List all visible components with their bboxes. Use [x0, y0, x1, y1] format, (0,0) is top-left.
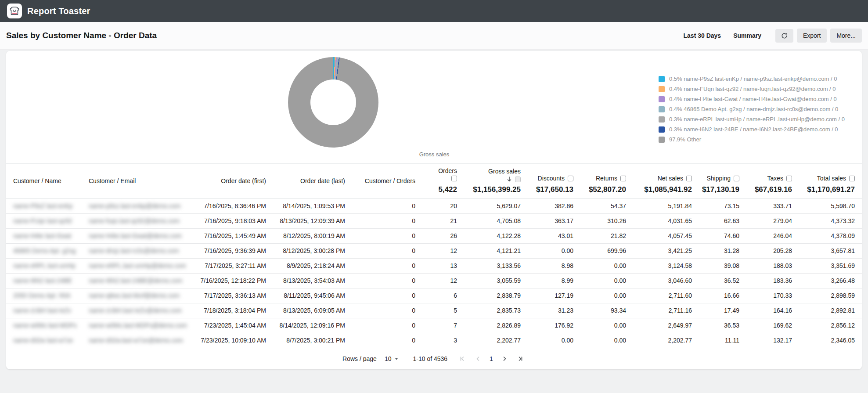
cell-taxes: 333.71: [743, 199, 796, 214]
discounts-checkbox[interactable]: [568, 176, 573, 181]
column-header-order-date-first[interactable]: Order date (first): [195, 164, 270, 199]
table-row[interactable]: 2050 Demo Apt. hfshname-q8ws.last-kkvf@d…: [6, 288, 862, 303]
prev-page-button[interactable]: [473, 353, 483, 364]
cell-order_date_first: 7/16/2025, 8:36:46 PM: [195, 199, 270, 214]
cell-order_date_last: 8/9/2025, 2:18:24 AM: [270, 259, 349, 274]
chevron-left-icon: [475, 355, 482, 362]
cell-customer_orders: 0: [349, 199, 419, 214]
cell-returns: 310.26: [577, 214, 630, 229]
blurred-text: name-I6N2.last-24BE@demo.com: [89, 277, 182, 284]
pagination-bar: Rows / page 10 1-10 of 4536 1: [6, 348, 862, 369]
cell-gross_sales: 3,055.59: [461, 274, 524, 288]
cell-email: name-H4te.last-Gwat@demo.com: [85, 229, 195, 244]
blurred-text: name-w0Ms.last-MDPs@demo.com: [89, 322, 187, 329]
donut-chart[interactable]: [288, 57, 378, 148]
shipping-checkbox[interactable]: [734, 176, 739, 181]
column-header-taxes[interactable]: Taxes $67,619.16: [743, 164, 796, 199]
blurred-text: name-d32w last-w7ze: [13, 337, 73, 344]
column-label: Net sales: [658, 175, 683, 182]
refresh-button[interactable]: [775, 29, 793, 43]
page-header: Sales by Customer Name - Order Data Last…: [0, 22, 868, 50]
orders-total: 5,422: [422, 185, 457, 194]
column-header-gross-sales[interactable]: Gross sales $1,156,399.25: [461, 164, 524, 199]
returns-checkbox[interactable]: [620, 176, 626, 181]
legend-item: 0.5% name-P9sZ last-enKp / name-p9sz.las…: [659, 76, 845, 82]
net-sales-checkbox[interactable]: [686, 176, 692, 181]
cell-email: name-d32w.last-w7ze@demo.com: [85, 333, 195, 348]
cell-name: name-H4te last-Gwat: [6, 229, 85, 244]
table-row[interactable]: 46865 Demo Apt. g2sgname-dmjz.last-rc0s@…: [6, 244, 862, 259]
column-header-name[interactable]: Customer / Name: [6, 164, 85, 199]
column-header-shipping[interactable]: Shipping $17,130.19: [695, 164, 743, 199]
table-row[interactable]: name-d32w last-w7zename-d32w.last-w7ze@d…: [6, 333, 862, 348]
header-actions: Last 30 Days Summary Export More...: [679, 29, 862, 43]
column-label: Taxes: [767, 175, 783, 182]
column-label: Discounts: [538, 175, 565, 182]
column-header-customer-orders[interactable]: Customer / Orders: [349, 164, 419, 199]
cell-email: name-q8ws.last-kkvf@demo.com: [85, 288, 195, 303]
blurred-text: name-dmjz.last-rc0s@demo.com: [89, 247, 179, 254]
cell-email: name-eRPL.last-umHp@demo.com: [85, 259, 195, 274]
column-header-email[interactable]: Customer / Email: [85, 164, 195, 199]
column-label: Order date (first): [221, 177, 266, 184]
column-header-total-sales[interactable]: Total sales $1,170,691.27: [796, 164, 862, 199]
orders-checkbox[interactable]: [451, 176, 457, 181]
cell-customer_orders: 0: [349, 274, 419, 288]
column-header-order-date-last[interactable]: Order date (last): [270, 164, 349, 199]
cell-taxes: 170.33: [743, 288, 796, 303]
table-row[interactable]: name-eRPL last-umHpname-eRPL.last-umHp@d…: [6, 259, 862, 274]
cell-order_date_last: 8/12/2025, 3:00:28 PM: [270, 244, 349, 259]
sort-desc-icon[interactable]: [506, 176, 512, 182]
column-label: Customer / Name: [13, 177, 61, 184]
cell-gross_sales: 2,835.73: [461, 303, 524, 318]
total-sales-checkbox[interactable]: [849, 176, 855, 181]
table-row[interactable]: name-H4te last-Gwatname-H4te.last-Gwat@d…: [6, 229, 862, 244]
summary-button[interactable]: Summary: [729, 29, 766, 42]
table-row[interactable]: name-w0Ms last-MDPsname-w0Ms.last-MDPs@d…: [6, 318, 862, 333]
last-page-icon: [517, 355, 524, 362]
column-header-discounts[interactable]: Discounts $17,650.13: [524, 164, 577, 199]
cell-name: name-I6N2 last-24BE: [6, 274, 85, 288]
legend-label: 0.5% name-P9sZ last-enKp / name-p9sz.las…: [669, 76, 837, 82]
last-page-button[interactable]: [515, 353, 526, 364]
column-header-net-sales[interactable]: Net sales $1,085,941.92: [630, 164, 695, 199]
table-row[interactable]: name-P9sZ last-enKpname-p9sz.last-enkp@d…: [6, 199, 862, 214]
cell-email: name-zUbH.last-IeZv@demo.com: [85, 303, 195, 318]
taxes-total: $67,619.16: [746, 185, 792, 194]
legend-item: 0.4% name-FUqn last-qz92 / name-fuqn.las…: [659, 86, 845, 92]
legend-swatch: [659, 137, 665, 143]
chart-caption: Gross sales: [397, 151, 472, 158]
cell-returns: 93.34: [577, 303, 630, 318]
column-header-returns[interactable]: Returns $52,807.20: [577, 164, 630, 199]
legend-swatch: [659, 126, 665, 133]
legend-swatch: [659, 96, 665, 102]
column-label: Gross sales: [488, 168, 521, 175]
legend-item: 97.9% Other: [659, 137, 845, 143]
page-title: Sales by Customer Name - Order Data: [6, 31, 157, 40]
report-card: Gross sales 0.5% name-P9sZ last-enKp / n…: [6, 51, 862, 369]
table-row[interactable]: name-zUbH last-IeZvname-zUbH.last-IeZv@d…: [6, 303, 862, 318]
cell-total_sales: 2,346.05: [796, 333, 862, 348]
blurred-text: name-fuqn.last-qz92@demo.com: [89, 217, 180, 224]
blurred-text: name-P9sZ last-enKp: [13, 202, 72, 209]
gross-sales-checkbox[interactable]: [515, 177, 521, 182]
more-button[interactable]: More...: [830, 29, 862, 43]
export-button[interactable]: Export: [797, 29, 827, 43]
blurred-text: name-p9sz.last-enkp@demo.com: [89, 202, 181, 209]
first-page-button[interactable]: [457, 353, 468, 364]
next-page-button[interactable]: [499, 353, 510, 364]
rows-per-page-select[interactable]: 10: [382, 353, 402, 364]
date-range-button[interactable]: Last 30 Days: [679, 29, 726, 42]
cell-total_sales: 2,856.12: [796, 318, 862, 333]
column-label: Customer / Email: [89, 177, 136, 184]
cell-taxes: 279.04: [743, 214, 796, 229]
taxes-checkbox[interactable]: [786, 176, 792, 181]
cell-customer_orders: 0: [349, 229, 419, 244]
cell-gross_sales: 3,133.56: [461, 259, 524, 274]
report-toaster-logo[interactable]: [7, 4, 22, 18]
table-row[interactable]: name-FUqn last-qz92name-fuqn.last-qz92@d…: [6, 214, 862, 229]
column-header-orders[interactable]: Orders 5,422: [419, 164, 461, 199]
current-page[interactable]: 1: [489, 355, 494, 362]
table-row[interactable]: name-I6N2 last-24BEname-I6N2.last-24BE@d…: [6, 274, 862, 288]
cell-order_date_first: 7/16/2025, 9:18:03 AM: [195, 214, 270, 229]
